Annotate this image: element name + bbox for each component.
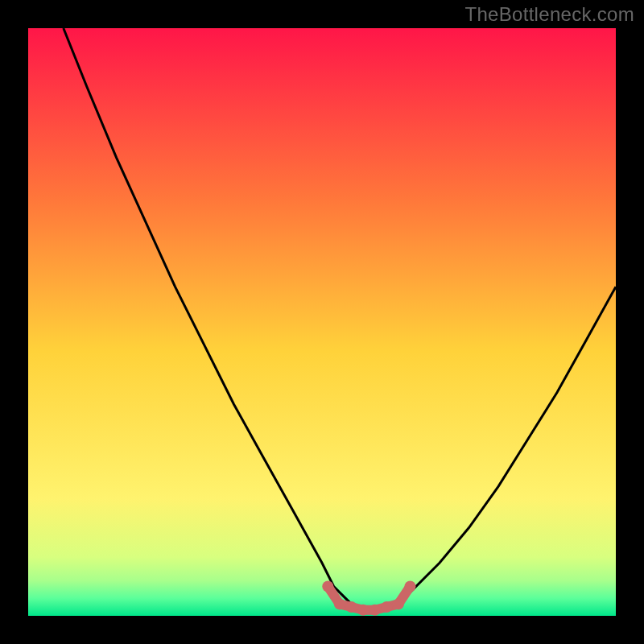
chart-frame: TheBottleneck.com xyxy=(0,0,644,644)
optimal-dot xyxy=(346,601,357,613)
optimal-dot xyxy=(334,598,345,609)
optimal-dot xyxy=(369,605,381,616)
optimal-dot xyxy=(322,581,333,592)
watermark-text: TheBottleneck.com xyxy=(464,3,634,26)
optimal-dot xyxy=(381,601,392,613)
chart-svg xyxy=(0,0,644,644)
optimal-dot xyxy=(393,598,404,609)
optimal-dot xyxy=(357,605,369,616)
plot-area xyxy=(28,28,616,616)
optimal-dot xyxy=(405,581,416,592)
